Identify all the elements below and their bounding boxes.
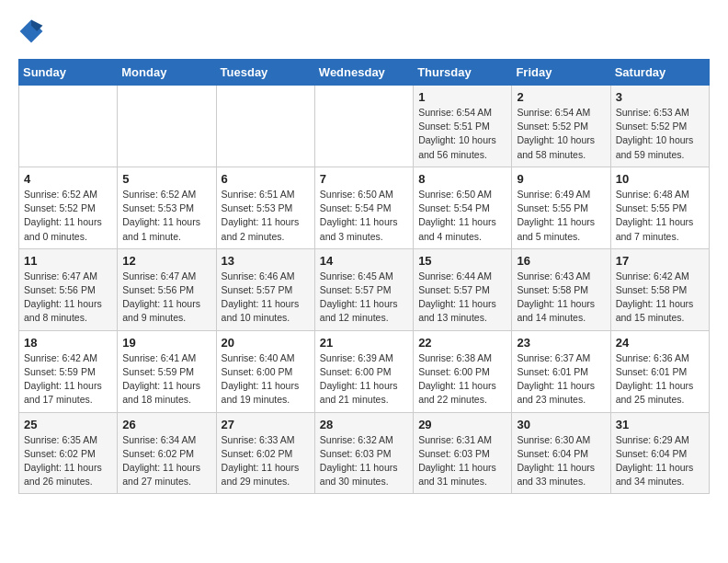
day-number: 14 — [320, 254, 408, 268]
calendar-cell: 30Sunrise: 6:30 AM Sunset: 6:04 PM Dayli… — [512, 412, 610, 494]
day-info: Sunrise: 6:52 AM Sunset: 5:53 PM Dayligh… — [122, 188, 210, 244]
day-number: 30 — [517, 418, 605, 431]
calendar-cell: 5Sunrise: 6:52 AM Sunset: 5:53 PM Daylig… — [118, 167, 216, 248]
day-info: Sunrise: 6:35 AM Sunset: 6:02 PM Dayligh… — [24, 433, 112, 489]
calendar-cell — [216, 86, 314, 167]
day-info: Sunrise: 6:44 AM Sunset: 5:57 PM Dayligh… — [418, 270, 506, 326]
calendar-cell: 25Sunrise: 6:35 AM Sunset: 6:02 PM Dayli… — [19, 412, 118, 494]
day-info: Sunrise: 6:41 AM Sunset: 5:59 PM Dayligh… — [122, 351, 210, 408]
day-number: 12 — [122, 254, 210, 268]
day-number: 16 — [517, 254, 605, 268]
day-info: Sunrise: 6:42 AM Sunset: 5:58 PM Dayligh… — [616, 270, 704, 326]
calendar-week-row: 1Sunrise: 6:54 AM Sunset: 5:51 PM Daylig… — [19, 86, 710, 167]
day-info: Sunrise: 6:33 AM Sunset: 6:02 PM Dayligh… — [222, 433, 310, 489]
day-info: Sunrise: 6:39 AM Sunset: 6:00 PM Dayligh… — [320, 351, 408, 408]
page-header — [18, 18, 710, 44]
day-number: 6 — [222, 172, 310, 186]
day-info: Sunrise: 6:30 AM Sunset: 6:04 PM Dayligh… — [517, 433, 605, 489]
day-info: Sunrise: 6:40 AM Sunset: 6:00 PM Dayligh… — [222, 351, 310, 408]
weekday-header-sunday: Sunday — [19, 60, 118, 86]
calendar-week-row: 25Sunrise: 6:35 AM Sunset: 6:02 PM Dayli… — [19, 412, 710, 494]
weekday-header-saturday: Saturday — [610, 60, 709, 86]
day-info: Sunrise: 6:31 AM Sunset: 6:03 PM Dayligh… — [418, 433, 506, 489]
weekday-header-wednesday: Wednesday — [314, 60, 413, 86]
day-info: Sunrise: 6:47 AM Sunset: 5:56 PM Dayligh… — [24, 270, 112, 326]
calendar-cell: 6Sunrise: 6:51 AM Sunset: 5:53 PM Daylig… — [216, 167, 314, 248]
day-number: 31 — [616, 418, 704, 431]
calendar-cell: 11Sunrise: 6:47 AM Sunset: 5:56 PM Dayli… — [19, 248, 118, 330]
day-number: 27 — [222, 418, 310, 431]
day-number: 26 — [122, 418, 210, 431]
day-number: 29 — [418, 418, 506, 431]
day-number: 1 — [418, 90, 506, 104]
day-info: Sunrise: 6:37 AM Sunset: 6:01 PM Dayligh… — [517, 351, 605, 408]
calendar-cell: 9Sunrise: 6:49 AM Sunset: 5:55 PM Daylig… — [512, 167, 610, 248]
calendar-cell: 26Sunrise: 6:34 AM Sunset: 6:02 PM Dayli… — [118, 412, 216, 494]
day-number: 13 — [222, 254, 310, 268]
calendar-cell: 3Sunrise: 6:53 AM Sunset: 5:52 PM Daylig… — [610, 86, 709, 167]
calendar-cell: 14Sunrise: 6:45 AM Sunset: 5:57 PM Dayli… — [314, 248, 413, 330]
calendar-cell — [19, 86, 118, 167]
day-info: Sunrise: 6:51 AM Sunset: 5:53 PM Dayligh… — [222, 188, 310, 244]
day-number: 23 — [517, 336, 605, 350]
day-number: 22 — [418, 336, 506, 350]
calendar-cell: 19Sunrise: 6:41 AM Sunset: 5:59 PM Dayli… — [118, 330, 216, 412]
calendar-header-row: SundayMondayTuesdayWednesdayThursdayFrid… — [19, 60, 710, 86]
calendar-cell: 1Sunrise: 6:54 AM Sunset: 5:51 PM Daylig… — [414, 86, 512, 167]
calendar-cell — [118, 86, 216, 167]
calendar-cell: 7Sunrise: 6:50 AM Sunset: 5:54 PM Daylig… — [314, 167, 413, 248]
calendar-cell: 2Sunrise: 6:54 AM Sunset: 5:52 PM Daylig… — [512, 86, 610, 167]
weekday-header-friday: Friday — [512, 60, 610, 86]
weekday-header-monday: Monday — [118, 60, 216, 86]
calendar-cell: 27Sunrise: 6:33 AM Sunset: 6:02 PM Dayli… — [216, 412, 314, 494]
calendar-week-row: 4Sunrise: 6:52 AM Sunset: 5:52 PM Daylig… — [19, 167, 710, 248]
weekday-header-thursday: Thursday — [414, 60, 512, 86]
weekday-header-tuesday: Tuesday — [216, 60, 314, 86]
day-info: Sunrise: 6:50 AM Sunset: 5:54 PM Dayligh… — [320, 188, 408, 244]
calendar-cell: 31Sunrise: 6:29 AM Sunset: 6:04 PM Dayli… — [610, 412, 709, 494]
day-number: 3 — [616, 90, 704, 104]
day-number: 21 — [320, 336, 408, 350]
calendar-cell: 24Sunrise: 6:36 AM Sunset: 6:01 PM Dayli… — [610, 330, 709, 412]
calendar-cell: 29Sunrise: 6:31 AM Sunset: 6:03 PM Dayli… — [414, 412, 512, 494]
calendar-cell: 23Sunrise: 6:37 AM Sunset: 6:01 PM Dayli… — [512, 330, 610, 412]
day-info: Sunrise: 6:48 AM Sunset: 5:55 PM Dayligh… — [616, 188, 704, 244]
calendar-cell: 16Sunrise: 6:43 AM Sunset: 5:58 PM Dayli… — [512, 248, 610, 330]
calendar-cell: 21Sunrise: 6:39 AM Sunset: 6:00 PM Dayli… — [314, 330, 413, 412]
day-number: 20 — [222, 336, 310, 350]
day-info: Sunrise: 6:49 AM Sunset: 5:55 PM Dayligh… — [517, 188, 605, 244]
calendar-cell: 18Sunrise: 6:42 AM Sunset: 5:59 PM Dayli… — [19, 330, 118, 412]
day-info: Sunrise: 6:47 AM Sunset: 5:56 PM Dayligh… — [122, 270, 210, 326]
calendar-week-row: 11Sunrise: 6:47 AM Sunset: 5:56 PM Dayli… — [19, 248, 710, 330]
day-number: 11 — [24, 254, 112, 268]
calendar-cell: 10Sunrise: 6:48 AM Sunset: 5:55 PM Dayli… — [610, 167, 709, 248]
calendar-cell — [314, 86, 413, 167]
day-number: 7 — [320, 172, 408, 186]
logo-icon — [18, 18, 44, 44]
day-info: Sunrise: 6:36 AM Sunset: 6:01 PM Dayligh… — [616, 351, 704, 408]
day-info: Sunrise: 6:42 AM Sunset: 5:59 PM Dayligh… — [24, 351, 112, 408]
day-number: 10 — [616, 172, 704, 186]
day-info: Sunrise: 6:46 AM Sunset: 5:57 PM Dayligh… — [222, 270, 310, 326]
calendar-week-row: 18Sunrise: 6:42 AM Sunset: 5:59 PM Dayli… — [19, 330, 710, 412]
calendar-cell: 8Sunrise: 6:50 AM Sunset: 5:54 PM Daylig… — [414, 167, 512, 248]
day-number: 8 — [418, 172, 506, 186]
day-number: 19 — [122, 336, 210, 350]
day-info: Sunrise: 6:43 AM Sunset: 5:58 PM Dayligh… — [517, 270, 605, 326]
day-info: Sunrise: 6:38 AM Sunset: 6:00 PM Dayligh… — [418, 351, 506, 408]
day-info: Sunrise: 6:54 AM Sunset: 5:52 PM Dayligh… — [517, 106, 605, 162]
calendar-table: SundayMondayTuesdayWednesdayThursdayFrid… — [18, 59, 710, 494]
calendar-cell: 22Sunrise: 6:38 AM Sunset: 6:00 PM Dayli… — [414, 330, 512, 412]
day-number: 4 — [24, 172, 112, 186]
day-info: Sunrise: 6:34 AM Sunset: 6:02 PM Dayligh… — [122, 433, 210, 489]
day-number: 24 — [616, 336, 704, 350]
day-number: 2 — [517, 90, 605, 104]
calendar-body: 1Sunrise: 6:54 AM Sunset: 5:51 PM Daylig… — [19, 86, 710, 494]
day-info: Sunrise: 6:32 AM Sunset: 6:03 PM Dayligh… — [320, 433, 408, 489]
day-info: Sunrise: 6:52 AM Sunset: 5:52 PM Dayligh… — [24, 188, 112, 244]
day-number: 28 — [320, 418, 408, 431]
day-info: Sunrise: 6:45 AM Sunset: 5:57 PM Dayligh… — [320, 270, 408, 326]
calendar-cell: 4Sunrise: 6:52 AM Sunset: 5:52 PM Daylig… — [19, 167, 118, 248]
day-number: 15 — [418, 254, 506, 268]
day-info: Sunrise: 6:54 AM Sunset: 5:51 PM Dayligh… — [418, 106, 506, 162]
